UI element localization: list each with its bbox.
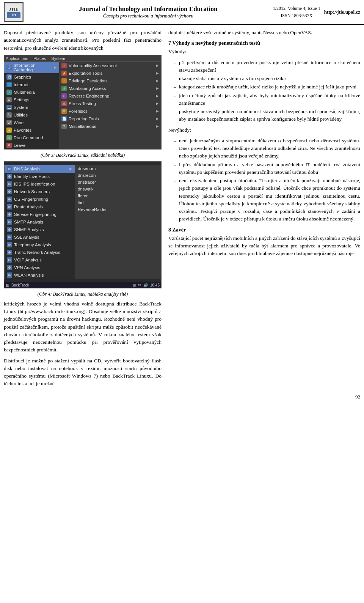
advantage-item-4: jde o účinný způsob jak zajistit, aby by…: [175, 92, 360, 107]
menu-right-item-exploit[interactable]: ⚡ Exploitation Tools ▶: [59, 69, 161, 77]
menu-icon-stress: ⚠: [61, 101, 67, 106]
disadvantages-list: není jednoznačným a stoprocentním důkaze…: [175, 137, 360, 223]
menu2-right-lbd[interactable]: lbd: [75, 199, 161, 206]
menu-icon-va: !: [61, 63, 67, 68]
menu-right-item-reporting[interactable]: 📄 Reporting Tools ▶: [59, 115, 161, 123]
issn: ISSN 1803-537X: [273, 12, 320, 19]
menu2-right-dnstracer[interactable]: dnstracer: [75, 179, 161, 186]
menu2-item-traffic[interactable]: ⊕ Traffic Network Analysis: [5, 249, 75, 256]
menu-arrow: ▶: [156, 71, 159, 75]
menu2-right-dnsenum[interactable]: dnsenum: [75, 165, 161, 172]
menu-item-run[interactable]: ▷ Run Command...: [4, 134, 59, 142]
menu-icon-multimedia: ♪: [6, 90, 12, 95]
menu-right-item-va[interactable]: ! Vulnerability Assessment ▶: [59, 62, 161, 69]
menu-icon-os-fp: ⊕: [7, 197, 12, 202]
menu-item-label: Favorites: [14, 128, 31, 132]
menu2-item-label: Telephony Analysis: [14, 242, 51, 247]
menu-item-label: Multimedia: [14, 90, 35, 94]
left-para-2: kritických hrozeb je velmi vhodná volně …: [4, 300, 162, 354]
menu-item-label: Maintaining Access: [69, 86, 106, 91]
menu-right-item-reverse[interactable]: ↩ Reverse Engineering ▶: [59, 92, 161, 100]
menu2-item-scanners[interactable]: ⊕ Network Scanners: [5, 188, 75, 195]
svg-text:JTIE: JTIE: [9, 7, 18, 11]
menu2-item-voip[interactable]: ⊕ VOIP Analysis: [5, 256, 75, 264]
menu-icon-exploit: ⚡: [61, 71, 67, 76]
menu-arrow: ▶: [156, 86, 159, 90]
menu-item-label: Information Gathering: [14, 63, 52, 72]
menu-icon-forensics: 🔍: [61, 109, 67, 114]
menu-icon-vpn: ⊕: [7, 265, 12, 270]
menu-item-multimedia[interactable]: ♪ Multimedia: [4, 88, 59, 96]
menu-icon-graphics: 🖼: [6, 74, 12, 80]
menu-item-leave[interactable]: ✕ Leave: [4, 142, 59, 149]
menu-right-item-forensics[interactable]: 🔍 Forensics ▶: [59, 107, 161, 115]
menu-icon-wine: W: [6, 120, 12, 125]
menu2-item-ids[interactable]: ⊕ IDS IPS Identification: [5, 180, 75, 188]
menu2-item-label: IDS IPS Identification: [14, 182, 55, 186]
menu-item-graphics[interactable]: 🖼 Graphics: [4, 73, 59, 81]
menu2-item-service-fp[interactable]: ⊕ Service Fingerprinting: [5, 211, 75, 218]
menu2-item-vpn[interactable]: ⊕ VPN Analysis: [5, 264, 75, 271]
left-column: Doposud představené produkty jsou určeny…: [4, 29, 167, 391]
menu-item-system[interactable]: 💻 System: [4, 104, 59, 111]
journal-subtitle: Časopis pro technickou a informační vých…: [27, 13, 269, 19]
menu-item-label: Wine: [14, 120, 24, 125]
menu-item-wine[interactable]: W Wine: [4, 119, 59, 126]
menu-item-information-gathering[interactable]: ⓘ Information Gathering ▶: [4, 62, 59, 73]
menu2-item-route[interactable]: ⊕ Route Analysis: [5, 203, 75, 211]
taskbar-time: 10:45: [150, 283, 160, 287]
menu2-item-label: SMTP Analysis: [14, 220, 43, 224]
taskbar: ▦ BackTrack ⊞ ✉ 🔊 10:45: [4, 282, 161, 288]
menu2-item-wlan[interactable]: ⊕ WLAN Analysis: [5, 271, 75, 279]
menu-arrow: ▶: [69, 167, 72, 171]
menu-icon-scanners: ⊕: [7, 189, 12, 194]
menu-icon-live-hosts: ⊕: [7, 174, 12, 179]
caption-1: (Obr 3: BackTrack Linux, základní nabídk…: [4, 153, 162, 158]
page-header: JTIE JTI Journal of Technology and Infor…: [0, 0, 364, 25]
menu2-right-dnswalk[interactable]: dnswalk: [75, 186, 161, 192]
left-para-1: Doposud představené produkty jsou určeny…: [4, 29, 162, 52]
menu-right-col: ! Vulnerability Assessment ▶ ⚡ Exploitat…: [59, 62, 161, 149]
menu-icon-system: 💻: [6, 105, 12, 110]
menu-right-item-stress[interactable]: ⚠ Stress Testing ▶: [59, 100, 161, 107]
menu-arrow: ▶: [156, 124, 159, 128]
taskbar-icon-2: ✉: [138, 283, 141, 287]
menu2-item-telephony[interactable]: ⊕ Telephony Analysis: [5, 241, 75, 249]
menu-arrow: ▶: [156, 79, 159, 83]
menu-arrow: ▶: [54, 65, 57, 69]
menu2-right-dnsrecon[interactable]: dnsrecon: [75, 172, 161, 179]
right-para-1: doplnit i některé výše zmíněné systémy, …: [168, 29, 360, 36]
menu2-item-os-fp[interactable]: ⊕ OS Fingerprinting: [5, 195, 75, 203]
menu-right-item-maintain[interactable]: 🔗 Maintaining Access ▶: [59, 85, 161, 92]
menu-topbar-item: Places: [33, 56, 46, 61]
menu-icon-priv: ↑: [61, 78, 67, 83]
menu-icon-traffic: ⊕: [7, 250, 12, 255]
caption-2: (Obr 4: BackTrack Linux, nabídka analýzy…: [4, 291, 162, 297]
section2-heading: 8 Závěr: [168, 227, 360, 233]
advantages-list: při pečlivém a důsledném provedení posky…: [175, 59, 360, 123]
menu-item-label: Leave: [14, 143, 25, 148]
menu2-item-dns[interactable]: ⊕ DNS Analysis ▶: [5, 165, 75, 173]
menu-item-internet[interactable]: 🌐 Internet: [4, 81, 59, 88]
menu2-right-fierce[interactable]: fierce: [75, 192, 161, 199]
menu-item-favorites[interactable]: ★ Favorites: [4, 126, 59, 134]
menu2-item-snmp[interactable]: ⊕ SNMP Analysis: [5, 226, 75, 233]
menu-right-item-misc[interactable]: ? Miscellaneous ▶: [59, 123, 161, 130]
menu-item-utilities[interactable]: 🔧 Utilities: [4, 111, 59, 119]
menu-icon-dns: ⊕: [7, 166, 12, 172]
menu-list: ⓘ Information Gathering ▶ 🖼 Graphics 🌐 I…: [4, 62, 161, 149]
disadvantage-item-3: není ekvivalentem postupu útočníka. Test…: [175, 177, 360, 223]
menu2-right-reverseraider[interactable]: ReverseRaider: [75, 206, 161, 213]
menu-item-label: Vulnerability Assessment: [69, 63, 117, 68]
menu-item-settings[interactable]: ⚙ Settings: [4, 96, 59, 104]
menu-right-item-priv[interactable]: ↑ Privilege Escalation ▶: [59, 77, 161, 85]
menu2-item-live-hosts[interactable]: ⊕ Identify Live Hosts: [5, 173, 75, 180]
menu-icon-smtp: ⊕: [7, 219, 12, 225]
menu2-item-smtp[interactable]: ⊕ SMTP Analysis: [5, 218, 75, 226]
taskbar-icon-1: ⊞: [133, 283, 136, 287]
taskbar-icon-3: 🔊: [143, 283, 148, 287]
menu-icon-settings: ⚙: [6, 97, 12, 102]
menu2-item-ssl[interactable]: ⊕ SSL Analysis: [5, 233, 75, 241]
menu-arrow: ▶: [156, 94, 159, 98]
menu2-item-label: VOIP Analysis: [14, 258, 42, 262]
